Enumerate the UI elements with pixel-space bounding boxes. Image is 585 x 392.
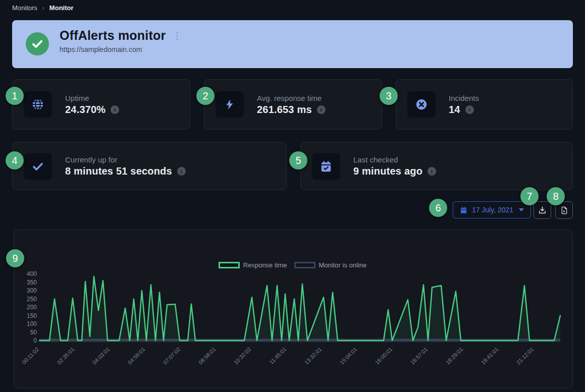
svg-text:A: A xyxy=(563,210,565,213)
y-axis-tick: 150 xyxy=(27,312,37,319)
y-axis-tick: 50 xyxy=(30,329,37,336)
y-axis-tick: 400 xyxy=(27,270,37,277)
kebab-menu-icon[interactable]: ⋮ xyxy=(173,32,181,40)
y-axis-tick: 300 xyxy=(27,287,37,294)
annotation-badge-4: 4 xyxy=(6,151,24,170)
export-csv-button[interactable] xyxy=(534,201,551,219)
x-axis-tick: 19:41:01 xyxy=(480,346,500,366)
x-axis-tick: 10:32:02 xyxy=(233,346,252,366)
circle-x-icon xyxy=(407,91,436,118)
uptime-label: Uptime xyxy=(65,94,119,102)
y-axis-tick: 200 xyxy=(27,304,37,311)
x-axis-tick: 11:45:01 xyxy=(268,346,287,365)
x-axis-tick: 07:07:02 xyxy=(162,346,182,366)
x-axis-tick: 04:59:01 xyxy=(127,346,146,366)
annotation-badge-7: 7 xyxy=(520,187,539,205)
avg-response-value: 261.653 ms xyxy=(257,104,312,116)
monitor-title: OffAlerts monitor xyxy=(60,28,166,43)
response-time-chart[interactable]: 40035030025020015010050000:11:0202:35:01… xyxy=(15,270,573,391)
check-icon xyxy=(24,153,52,180)
last-checked-value: 9 minutes ago xyxy=(353,165,422,177)
monitor-url: https://sampledomain.com xyxy=(60,45,181,53)
last-checked-card: Last checked 9 minutes ago i xyxy=(300,142,573,190)
info-icon[interactable]: i xyxy=(428,167,436,176)
legend-monitor-online-label: Monitor is online xyxy=(319,261,367,269)
response-time-area xyxy=(39,276,560,341)
chevron-right-icon: › xyxy=(42,5,44,12)
chevron-down-icon xyxy=(519,208,524,211)
breadcrumb: Monitors › Monitor xyxy=(12,4,74,12)
info-icon[interactable]: i xyxy=(465,105,474,114)
date-range-label: 17 July, 2021 xyxy=(472,206,513,214)
x-axis-tick: 00:11:02 xyxy=(21,346,40,365)
currently-up-value: 8 minutes 51 seconds xyxy=(65,165,172,177)
annotation-badge-2: 2 xyxy=(196,87,215,105)
currently-up-card: Currently up for 8 minutes 51 seconds i xyxy=(12,142,287,190)
y-axis-tick: 0 xyxy=(33,337,37,344)
file-pdf-icon: A xyxy=(560,206,568,214)
uptime-value: 24.370% xyxy=(65,104,105,116)
currently-up-label: Currently up for xyxy=(65,155,186,164)
monitor-header-card: OffAlerts monitor ⋮ https://sampledomain… xyxy=(12,20,573,68)
incidents-value: 14 xyxy=(449,104,460,116)
last-checked-label: Last checked xyxy=(353,155,436,164)
breadcrumb-monitors-link[interactable]: Monitors xyxy=(12,4,37,12)
info-icon[interactable]: i xyxy=(177,167,186,176)
legend-monitor-online[interactable]: Monitor is online xyxy=(294,261,367,269)
globe-icon xyxy=(24,91,52,118)
annotation-badge-9: 9 xyxy=(6,249,24,267)
x-axis-tick: 18:29:01 xyxy=(445,346,464,366)
x-axis-tick: 21:12:01 xyxy=(515,346,535,366)
calendar-check-icon xyxy=(312,153,340,180)
bolt-icon xyxy=(216,91,244,118)
status-up-icon xyxy=(26,32,49,55)
avg-response-label: Avg. response time xyxy=(257,94,326,102)
x-axis-tick: 02:35:01 xyxy=(56,346,76,366)
monitor-dashboard: Monitors › Monitor OffAlerts monitor ⋮ h… xyxy=(0,0,585,392)
legend-response-time[interactable]: Response time xyxy=(219,261,287,269)
annotation-badge-8: 8 xyxy=(547,187,565,205)
download-icon xyxy=(538,206,547,214)
calendar-icon xyxy=(460,206,467,214)
uptime-card: Uptime 24.370% i xyxy=(12,79,190,130)
info-icon[interactable]: i xyxy=(111,105,119,114)
response-time-swatch xyxy=(219,262,240,268)
x-axis-tick: 08:58:01 xyxy=(197,346,217,366)
x-axis-tick: 15:04:01 xyxy=(339,346,358,366)
annotation-badge-3: 3 xyxy=(380,87,398,105)
breadcrumb-current-page: Monitor xyxy=(49,4,74,12)
legend-response-time-label: Response time xyxy=(243,261,287,269)
monitor-online-swatch xyxy=(294,262,315,268)
x-axis-tick: 13:32:01 xyxy=(303,346,323,366)
y-axis-tick: 350 xyxy=(27,279,37,286)
date-range-picker[interactable]: 17 July, 2021 xyxy=(453,201,531,218)
y-axis-tick: 100 xyxy=(27,320,37,327)
x-axis-tick: 04:03:01 xyxy=(91,346,111,366)
x-axis-tick: 16:00:01 xyxy=(374,346,394,366)
incidents-label: Incidents xyxy=(449,94,479,102)
x-axis-tick: 16:57:01 xyxy=(409,346,429,366)
info-icon[interactable]: i xyxy=(317,105,326,114)
annotation-badge-5: 5 xyxy=(289,151,307,170)
annotation-badge-6: 6 xyxy=(429,199,447,217)
avg-response-card: Avg. response time 261.653 ms i xyxy=(204,79,382,130)
y-axis-tick: 250 xyxy=(27,296,37,303)
chart-legend: Response time Monitor is online xyxy=(0,261,585,269)
incidents-card: Incidents 14 i xyxy=(396,79,573,130)
annotation-badge-1: 1 xyxy=(6,87,24,105)
